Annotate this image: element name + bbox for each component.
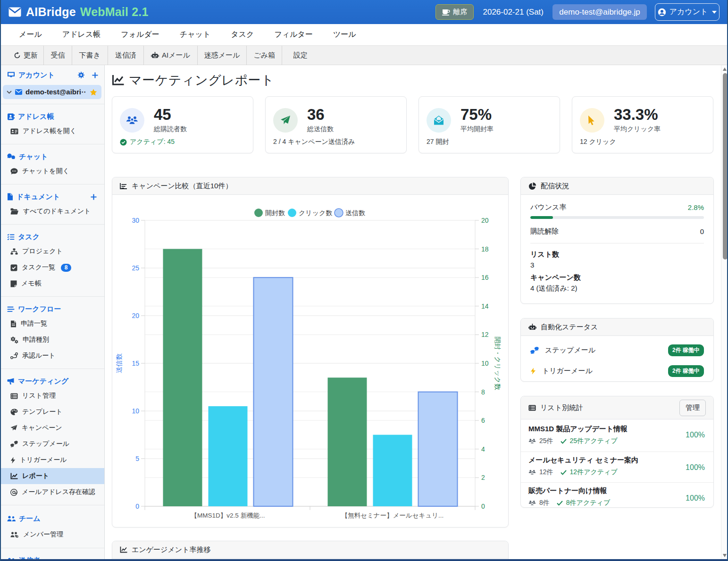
svg-text:2: 2 xyxy=(481,474,485,481)
svg-text:30: 30 xyxy=(132,217,139,224)
svg-text:5: 5 xyxy=(135,455,139,462)
svg-text:15: 15 xyxy=(132,360,139,367)
svg-text:クリック数: クリック数 xyxy=(299,209,332,217)
svg-text:18: 18 xyxy=(481,245,489,253)
svg-text:10: 10 xyxy=(132,407,139,415)
svg-text:14: 14 xyxy=(481,302,489,310)
svg-text:0: 0 xyxy=(135,502,139,510)
svg-text:開封数: 開封数 xyxy=(265,209,285,217)
svg-text:4: 4 xyxy=(481,445,485,453)
svg-text:10: 10 xyxy=(481,360,489,367)
svg-text:送信数: 送信数 xyxy=(345,209,365,217)
svg-text:16: 16 xyxy=(481,274,489,281)
svg-text:20: 20 xyxy=(481,217,489,224)
svg-text:12: 12 xyxy=(481,331,489,338)
svg-text:送信数: 送信数 xyxy=(115,353,123,373)
svg-text:20: 20 xyxy=(132,312,139,319)
svg-text:0: 0 xyxy=(481,502,485,510)
svg-text:25: 25 xyxy=(132,264,139,272)
svg-text:開封・クリック数: 開封・クリック数 xyxy=(494,336,502,390)
svg-text:8: 8 xyxy=(481,388,485,396)
svg-text:6: 6 xyxy=(481,417,485,424)
svg-text:【無料セミナー】メールセキュリ...: 【無料セミナー】メールセキュリ... xyxy=(342,512,444,519)
svg-text:【MMS1D】v2.5 新機能...: 【MMS1D】v2.5 新機能... xyxy=(191,512,265,519)
